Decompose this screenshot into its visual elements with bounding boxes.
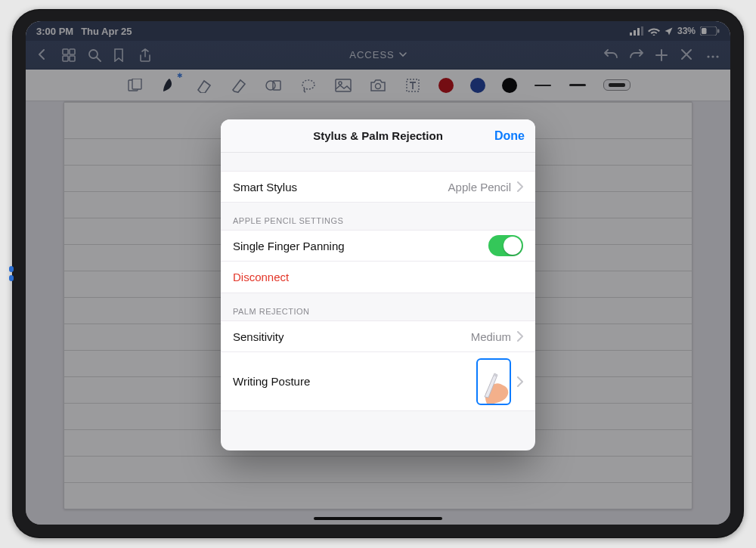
home-indicator[interactable] bbox=[314, 517, 442, 520]
disconnect-row[interactable]: Disconnect bbox=[221, 262, 535, 293]
smart-stylus-value: Apple Pencil bbox=[448, 181, 511, 194]
smart-stylus-label: Smart Stylus bbox=[233, 181, 448, 194]
posture-label: Writing Posture bbox=[233, 375, 476, 388]
done-button[interactable]: Done bbox=[494, 119, 525, 153]
volume-indicator-dot bbox=[9, 266, 14, 272]
sensitivity-label: Sensitivity bbox=[233, 330, 471, 343]
stylus-settings-sheet: Stylus & Palm Rejection Done Smart Stylu… bbox=[221, 119, 535, 450]
sensitivity-value: Medium bbox=[471, 330, 511, 343]
screen: 3:00 PM Thu Apr 25 33% bbox=[26, 21, 730, 525]
sheet-title: Stylus & Palm Rejection bbox=[313, 129, 443, 142]
single-finger-panning-row[interactable]: Single Finger Panning bbox=[221, 230, 535, 262]
chevron-right-icon bbox=[517, 181, 523, 192]
posture-thumbnail bbox=[476, 358, 511, 405]
panning-toggle-on[interactable] bbox=[488, 235, 523, 256]
section-palm-rejection: PALM REJECTION bbox=[221, 293, 535, 320]
panning-label: Single Finger Panning bbox=[233, 240, 488, 252]
sensitivity-row[interactable]: Sensitivity Medium bbox=[221, 320, 535, 352]
ipad-device-frame: 3:00 PM Thu Apr 25 33% bbox=[12, 9, 744, 538]
chevron-right-icon bbox=[517, 376, 523, 387]
volume-indicator-dot bbox=[9, 275, 14, 281]
chevron-right-icon bbox=[517, 331, 523, 342]
smart-stylus-row[interactable]: Smart Stylus Apple Pencil bbox=[221, 171, 535, 203]
disconnect-label: Disconnect bbox=[233, 271, 523, 283]
section-apple-pencil: APPLE PENCIL SETTINGS bbox=[221, 203, 535, 230]
writing-posture-row[interactable]: Writing Posture bbox=[221, 352, 535, 411]
sheet-header: Stylus & Palm Rejection Done bbox=[221, 119, 535, 153]
